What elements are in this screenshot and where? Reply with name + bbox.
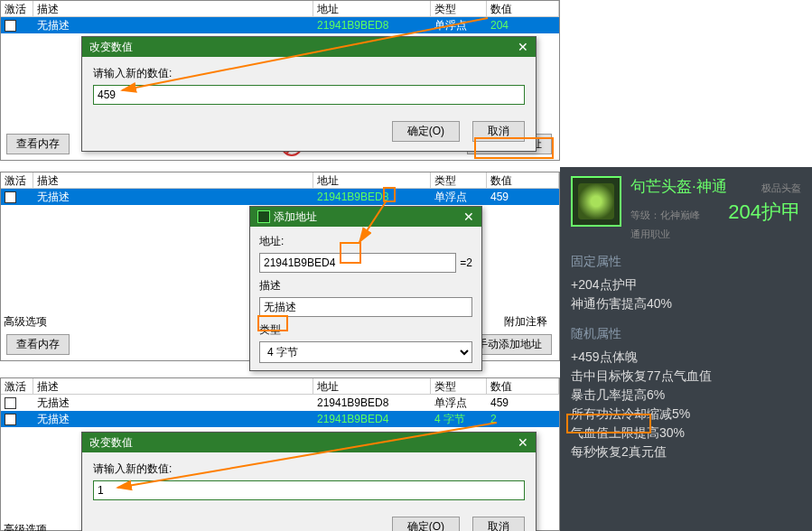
table-row[interactable]: 无描述 21941B9BED8 单浮点 204 (1, 17, 559, 33)
level-label: 等级： (630, 210, 660, 220)
table-header: 激活 描述 地址 类型 数值 (1, 172, 559, 189)
address-input[interactable] (259, 253, 456, 273)
type-select[interactable]: 4 字节 (259, 341, 472, 363)
random-attr-title: 随机属性 (571, 326, 801, 342)
cell-addr: 21941B9BED4 (313, 413, 431, 425)
close-icon[interactable]: ✕ (518, 40, 528, 54)
cell-type: 单浮点 (431, 18, 487, 33)
item-name: 句芒头盔·神通 (630, 176, 727, 197)
cell-addr: 21941B9BED8 (313, 191, 431, 203)
add-address-dialog: 添加地址 ✕ 地址: =2 描述 类型 4 字节 (249, 206, 482, 371)
checkbox-icon[interactable] (5, 191, 16, 203)
ok-button[interactable]: 确定(O) (392, 121, 460, 142)
col-type: 类型 (431, 1, 487, 16)
col-type: 类型 (431, 172, 487, 188)
close-icon[interactable]: ✕ (463, 210, 474, 224)
prompt-label: 请输入新的数值: (93, 66, 525, 81)
dialog-title: 改变数值 (89, 435, 133, 451)
app-icon (257, 210, 270, 223)
stat: 每秒恢复2真元值 (571, 442, 801, 461)
col-addr: 地址 (313, 1, 431, 16)
cell-value: 2 (487, 413, 559, 425)
cell-desc: 无描述 (33, 18, 313, 33)
desc-label: 描述 (259, 278, 472, 293)
cell-desc: 无描述 (33, 190, 313, 205)
item-armor: 204护甲 (728, 199, 801, 226)
dialog-title-bar[interactable]: 添加地址 ✕ (250, 207, 481, 227)
dialog-title-bar[interactable]: 改变数值 ✕ (82, 433, 536, 452)
dialog-title: 改变数值 (89, 40, 133, 55)
item-tooltip: 句芒头盔·神通 极品头盔 等级：化神巅峰 204护甲 通用职业 固定属性 +20… (560, 167, 812, 531)
stat: 神通伤害提高40% (571, 294, 801, 313)
item-icon (571, 176, 621, 227)
cell-addr: 21941B9BED8 (313, 396, 431, 409)
cancel-button[interactable]: 取消 (472, 121, 525, 142)
col-desc: 描述 (33, 1, 313, 16)
table-row[interactable]: 无描述 21941B9BED8 单浮点 459 (1, 395, 559, 411)
desc-input[interactable] (259, 297, 472, 317)
cell-value: 459 (487, 396, 559, 409)
value-input[interactable] (93, 480, 525, 500)
dialog-title: 添加地址 (274, 210, 317, 223)
item-level: 化神巅峰 (660, 210, 700, 220)
addr-label: 地址: (259, 234, 472, 249)
stat: 气血值上限提高30% (571, 424, 801, 442)
fixed-attr-title: 固定属性 (571, 254, 801, 270)
change-value-dialog-1: 改变数值 ✕ 请输入新的数值: 确定(O) 取消 (81, 36, 537, 152)
stat: +459点体魄 (571, 348, 801, 367)
prompt-label: 请输入新的数值: (93, 461, 525, 477)
stat: +204点护甲 (571, 275, 801, 294)
value-input[interactable] (93, 85, 525, 105)
col-type: 类型 (431, 378, 487, 394)
attach-note-label[interactable]: 附加注释 (504, 314, 547, 330)
eq-label: =2 (460, 256, 472, 269)
type-label: 类型 (259, 322, 472, 338)
cell-desc: 无描述 (33, 396, 313, 411)
view-memory-button[interactable]: 查看内存 (6, 334, 70, 355)
col-activate: 激活 (1, 172, 33, 188)
col-desc: 描述 (33, 378, 313, 394)
col-addr: 地址 (313, 172, 431, 188)
col-activate: 激活 (1, 1, 33, 16)
col-value: 数值 (487, 378, 559, 394)
checkbox-icon[interactable] (5, 397, 16, 409)
cell-type: 单浮点 (431, 190, 487, 205)
cell-type: 单浮点 (431, 396, 487, 411)
stat: 暴击几率提高6% (571, 386, 801, 405)
view-memory-button[interactable]: 查看内存 (6, 134, 70, 154)
stat: 击中目标恢复77点气血值 (571, 367, 801, 386)
adv-options-label[interactable]: 高级选项 (4, 522, 47, 531)
checkbox-icon[interactable] (5, 20, 16, 32)
close-icon[interactable]: ✕ (518, 435, 528, 450)
ok-button[interactable]: 确定(O) (392, 517, 460, 531)
stat: 所有功法冷却缩减5% (571, 405, 801, 424)
col-addr: 地址 (313, 378, 431, 394)
dialog-title-bar[interactable]: 改变数值 ✕ (82, 37, 536, 57)
col-activate: 激活 (1, 378, 33, 394)
cancel-button[interactable]: 取消 (472, 517, 525, 531)
item-quality: 极品头盔 (761, 182, 801, 195)
col-desc: 描述 (33, 172, 313, 188)
table-header: 激活 描述 地址 类型 数值 (1, 1, 559, 17)
table-row[interactable]: 无描述 21941B9BED8 单浮点 459 (1, 189, 559, 205)
col-value: 数值 (487, 172, 559, 188)
item-job: 通用职业 (630, 228, 801, 241)
cell-value: 459 (487, 191, 559, 203)
col-value: 数值 (487, 1, 559, 16)
table-row[interactable]: 无描述 21941B9BED4 4 字节 2 (1, 411, 559, 427)
cell-type: 4 字节 (431, 412, 487, 427)
cell-value: 204 (487, 19, 559, 32)
change-value-dialog-2: 改变数值 ✕ 请输入新的数值: 确定(O) 取消 (81, 432, 537, 531)
adv-options-label[interactable]: 高级选项 (4, 314, 47, 330)
cell-desc: 无描述 (33, 412, 313, 427)
checkbox-icon[interactable] (5, 414, 16, 425)
cell-addr: 21941B9BED8 (313, 19, 431, 32)
table-header: 激活 描述 地址 类型 数值 (1, 378, 559, 395)
